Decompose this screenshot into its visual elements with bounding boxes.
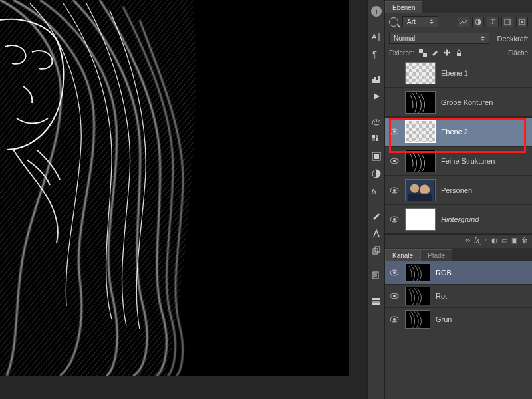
adjustments-panel-icon[interactable] [369, 166, 384, 181]
layer-name-label[interactable]: Grobe Konturen [441, 98, 493, 106]
actions-panel-icon[interactable] [369, 89, 384, 104]
svg-point-14 [378, 121, 379, 122]
visibility-toggle-icon[interactable] [389, 156, 400, 166]
svg-rect-49 [408, 194, 432, 201]
svg-rect-7 [374, 77, 376, 83]
clone-source-icon[interactable] [369, 243, 384, 258]
visibility-toggle-icon[interactable] [389, 291, 400, 301]
lock-all-icon[interactable] [454, 48, 464, 57]
svg-rect-8 [376, 80, 378, 83]
layer-thumbnail[interactable] [405, 150, 436, 172]
svg-rect-37 [423, 53, 427, 57]
svg-rect-16 [376, 135, 378, 138]
visibility-toggle-icon[interactable] [389, 97, 400, 108]
layer-filter-type-value: Art [407, 18, 416, 25]
lock-pixels-icon[interactable] [430, 48, 440, 57]
lock-transparency-icon[interactable] [418, 48, 428, 57]
blend-mode-value: Normal [394, 35, 415, 42]
photoshop-window: i A ¶ fx Ebenen Art [0, 0, 532, 399]
layer-thumbnail[interactable] [405, 91, 436, 114]
collapsed-panel-dock: i A ¶ fx [367, 0, 384, 399]
svg-point-53 [393, 271, 396, 274]
layer-name-label[interactable]: Ebene 2 [441, 128, 468, 136]
fill-label: Fläche [508, 49, 528, 57]
svg-point-47 [410, 184, 419, 193]
layer-filter-type-select[interactable]: Art [402, 16, 438, 27]
brush-panel-icon[interactable] [369, 209, 384, 223]
channel-thumbnail [405, 310, 430, 329]
channel-row[interactable]: Grün [385, 308, 532, 331]
svg-rect-28 [372, 298, 380, 300]
visibility-toggle-icon[interactable] [389, 185, 400, 196]
layer-row[interactable]: Ebene 1 [385, 59, 532, 88]
layer-name-label[interactable]: Personen [441, 186, 472, 194]
svg-rect-17 [372, 138, 375, 141]
layers-panel-tabs: Ebenen [385, 0, 532, 13]
svg-point-40 [393, 130, 396, 133]
filter-adjustment-icon[interactable] [472, 17, 484, 27]
channel-name-label: Grün [436, 315, 452, 323]
channel-row[interactable]: Rot [385, 285, 532, 308]
layer-comps-icon[interactable] [369, 294, 384, 309]
swatches-panel-icon[interactable] [369, 132, 384, 146]
visibility-toggle-icon[interactable] [389, 126, 400, 137]
svg-rect-38 [457, 53, 461, 56]
layer-thumbnail[interactable] [405, 208, 436, 231]
tab-paths[interactable]: Pfade [420, 249, 452, 261]
layers-list: Ebene 1Grobe KonturenEbene 2Feine Strukt… [385, 59, 532, 234]
svg-point-43 [393, 160, 396, 162]
add-fx-icon[interactable]: fx. [474, 237, 481, 246]
document-canvas[interactable] [0, 0, 349, 376]
visibility-toggle-icon[interactable] [389, 267, 400, 278]
layer-name-label[interactable]: Feine Strukturen [441, 157, 495, 165]
character-panel-icon[interactable]: A [369, 29, 384, 44]
new-group-icon[interactable]: ▭ [501, 237, 507, 246]
filter-text-icon[interactable]: T [487, 17, 499, 27]
layer-thumbnail[interactable] [405, 179, 436, 201]
svg-text:A: A [372, 33, 377, 41]
styles-panel-icon[interactable] [369, 149, 384, 164]
filter-smart-icon[interactable] [516, 17, 528, 27]
layer-thumbnail[interactable] [405, 120, 436, 143]
link-layers-icon[interactable]: ⇔ [465, 237, 470, 246]
new-layer-icon[interactable]: ▣ [511, 237, 517, 246]
layer-filter-search-icon[interactable] [389, 17, 398, 27]
blend-mode-select[interactable]: Normal [389, 33, 489, 44]
svg-rect-9 [378, 76, 380, 83]
layer-fx-icon[interactable]: fx [369, 184, 384, 198]
lock-position-icon[interactable] [442, 48, 452, 57]
tab-channels[interactable]: Kanäle [385, 249, 420, 261]
layer-row[interactable]: Personen [385, 176, 532, 205]
svg-point-51 [393, 218, 396, 221]
layer-name-label[interactable]: Ebene 1 [441, 69, 468, 77]
visibility-toggle-icon[interactable] [389, 214, 400, 225]
svg-rect-6 [372, 79, 374, 83]
channel-row[interactable]: RGB [385, 261, 532, 285]
brush-presets-icon[interactable] [369, 226, 384, 241]
channel-name-label: Rot [436, 292, 447, 300]
layer-thumbnail[interactable] [405, 62, 436, 84]
svg-text:fx: fx [372, 188, 377, 195]
svg-text:¶: ¶ [372, 49, 377, 59]
svg-rect-30 [372, 303, 380, 305]
add-mask-icon[interactable]: ▫ [485, 237, 487, 246]
delete-layer-icon[interactable]: 🗑 [521, 237, 528, 246]
filter-shape-icon[interactable] [501, 17, 513, 27]
tab-layers[interactable]: Ebenen [385, 1, 422, 13]
color-panel-icon[interactable] [369, 114, 384, 129]
layer-row[interactable]: Ebene 2 [385, 117, 532, 146]
visibility-toggle-icon[interactable] [389, 68, 400, 78]
layers-panel-footer: ⇔ fx. ▫ ◐ ▭ ▣ 🗑 [385, 234, 532, 248]
histogram-panel-icon[interactable] [369, 72, 384, 86]
filter-pixel-icon[interactable] [458, 17, 469, 27]
new-adjustment-icon[interactable]: ◐ [491, 237, 497, 246]
layer-name-label[interactable]: Hintergrund [441, 215, 479, 223]
notes-panel-icon[interactable] [369, 269, 384, 283]
svg-point-12 [374, 121, 375, 122]
layer-row[interactable]: Grobe Konturen [385, 88, 532, 117]
layer-row[interactable]: Hintergrund [385, 205, 532, 234]
info-panel-icon[interactable]: i [369, 4, 384, 19]
layer-row[interactable]: Feine Strukturen [385, 146, 532, 176]
paragraph-panel-icon[interactable]: ¶ [369, 47, 384, 61]
visibility-toggle-icon[interactable] [389, 314, 400, 325]
